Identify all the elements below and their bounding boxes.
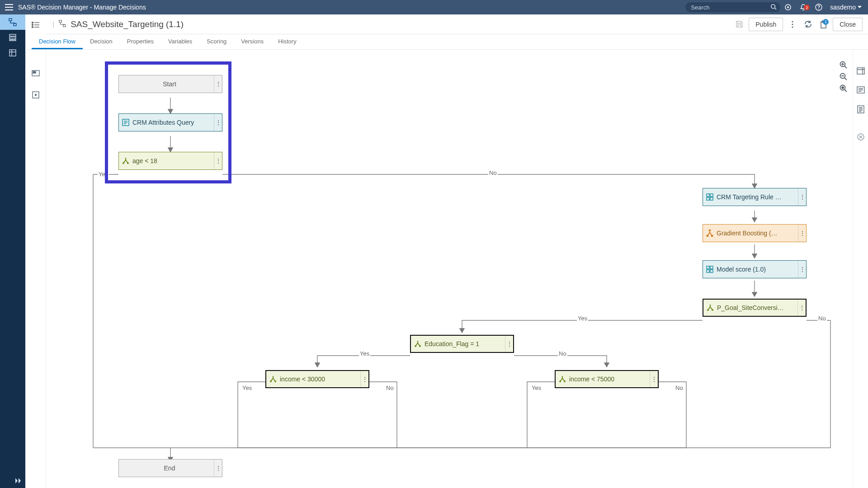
rail-primary	[0, 14, 25, 488]
node-gboost[interactable]: Gradient Boosting (… ⋮	[703, 224, 807, 242]
app-title: SAS® Decision Manager - Manage Decisions	[18, 4, 146, 11]
panel-properties-icon[interactable]	[857, 105, 864, 115]
flow-canvas[interactable]: Yes No Yes No Yes No Yes No Yes No Start…	[46, 50, 853, 488]
node-label: income < 30000	[280, 375, 360, 383]
node-crm-query[interactable]: CRM Attributes Query ⋮	[118, 113, 222, 131]
svg-rect-7	[9, 34, 16, 36]
rail-item-flows[interactable]	[0, 14, 25, 30]
search-box	[685, 2, 780, 12]
node-income75-branch[interactable]: income < 75000 ⋮	[555, 370, 659, 388]
node-label: Education_Flag = 1	[425, 340, 505, 347]
node-label: Model score (1.0)	[717, 266, 798, 273]
node-edu-branch[interactable]: Education_Flag = 1 ⋮	[410, 335, 514, 353]
tool-minimap-icon[interactable]	[31, 68, 41, 78]
edge-label: Yes	[98, 171, 109, 178]
node-label: CRM Targeting Rule …	[717, 193, 798, 201]
hamburger-icon[interactable]	[0, 4, 18, 10]
search-input[interactable]	[685, 2, 780, 12]
node-menu-icon[interactable]: ⋮	[798, 225, 806, 242]
node-pgoal-branch[interactable]: P_Goal_SiteConversi… ⋮	[703, 299, 807, 317]
node-label: Gradient Boosting (…	[717, 230, 798, 237]
svg-rect-5	[9, 19, 12, 21]
refresh-icon[interactable]	[802, 18, 814, 31]
svg-rect-10	[9, 50, 16, 56]
svg-point-18	[792, 26, 793, 28]
bell-icon[interactable]: 2	[796, 4, 811, 11]
svg-rect-25	[857, 68, 864, 74]
rail-item-lookup[interactable]	[0, 45, 25, 61]
search-icon[interactable]	[770, 4, 777, 11]
save-icon[interactable]	[733, 18, 745, 31]
branch-icon	[411, 341, 425, 347]
svg-point-48	[712, 309, 713, 311]
node-menu-icon[interactable]: ⋮	[798, 188, 806, 206]
tab-versions[interactable]: Versions	[234, 34, 271, 49]
node-age-branch[interactable]: age < 18 ⋮	[118, 152, 222, 170]
node-end[interactable]: End ⋮	[118, 459, 222, 477]
node-label: age < 18	[132, 157, 214, 164]
node-menu-icon[interactable]: ⋮	[797, 300, 806, 316]
tab-properties[interactable]: Properties	[120, 34, 161, 49]
svg-point-11	[32, 22, 33, 23]
edge-label: Yes	[359, 350, 370, 357]
panel-close-icon[interactable]	[857, 133, 864, 142]
svg-point-50	[419, 345, 421, 347]
svg-point-49	[415, 345, 416, 347]
list-toggle-icon[interactable]	[27, 16, 45, 34]
ruleset-icon	[703, 193, 717, 201]
svg-point-40	[709, 230, 710, 231]
tab-history[interactable]: History	[271, 34, 303, 49]
svg-rect-9	[9, 40, 16, 41]
svg-rect-37	[710, 194, 713, 197]
branch-icon	[119, 158, 132, 164]
node-start[interactable]: Start ⋮	[118, 75, 222, 93]
svg-rect-14	[59, 20, 61, 22]
rail-expand[interactable]	[0, 474, 25, 488]
user-menu[interactable]: sasdemo	[826, 4, 868, 11]
svg-point-2	[787, 6, 789, 8]
panel-code-icon[interactable]	[857, 86, 865, 95]
svg-rect-36	[707, 194, 709, 197]
model-icon	[703, 230, 717, 237]
clipboard-badge: 1	[823, 19, 829, 25]
node-menu-icon[interactable]: ⋮	[214, 75, 222, 93]
node-menu-icon[interactable]: ⋮	[650, 371, 658, 387]
svg-point-42	[711, 235, 712, 236]
bell-badge: 2	[804, 5, 810, 10]
node-menu-icon[interactable]: ⋮	[505, 336, 513, 352]
canvas-tools-right	[853, 50, 868, 488]
tab-decision-flow[interactable]: Decision Flow	[32, 34, 83, 49]
tab-decision[interactable]: Decision	[83, 34, 120, 49]
node-menu-icon[interactable]: ⋮	[798, 261, 806, 278]
publish-button[interactable]: Publish	[749, 18, 783, 31]
svg-rect-46	[710, 270, 713, 272]
node-menu-icon[interactable]: ⋮	[360, 371, 368, 387]
svg-rect-8	[9, 37, 16, 39]
svg-point-0	[771, 5, 775, 9]
edge-label: No	[558, 350, 567, 357]
canvas-tools-left	[25, 50, 46, 488]
tool-select-icon[interactable]	[31, 90, 41, 100]
node-income30-branch[interactable]: income < 30000 ⋮	[265, 370, 369, 388]
help-icon[interactable]	[811, 4, 826, 11]
node-menu-icon[interactable]: ⋮	[214, 152, 222, 169]
tab-variables[interactable]: Variables	[161, 34, 199, 49]
svg-rect-38	[707, 197, 709, 200]
node-menu-icon[interactable]: ⋮	[214, 114, 222, 131]
close-button[interactable]: Close	[833, 18, 863, 31]
page-header: | SAS_Website_Targeting (1.1) Publish 1 …	[46, 14, 868, 34]
edge-label: No	[817, 315, 827, 322]
tab-scoring[interactable]: Scoring	[199, 34, 234, 49]
chevron-down-icon	[858, 6, 862, 9]
svg-point-53	[559, 380, 561, 382]
clipboard-icon[interactable]: 1	[817, 18, 829, 31]
panel-variables-icon[interactable]	[857, 67, 865, 76]
target-icon[interactable]	[780, 4, 796, 11]
node-model-score[interactable]: Model score (1.0) ⋮	[703, 260, 807, 278]
node-crm-target[interactable]: CRM Targeting Rule … ⋮	[703, 188, 807, 206]
rail-item-rules[interactable]	[0, 30, 25, 45]
node-menu-icon[interactable]: ⋮	[214, 460, 222, 477]
more-icon[interactable]	[787, 18, 798, 31]
svg-point-12	[32, 24, 33, 25]
svg-point-34	[123, 162, 124, 164]
